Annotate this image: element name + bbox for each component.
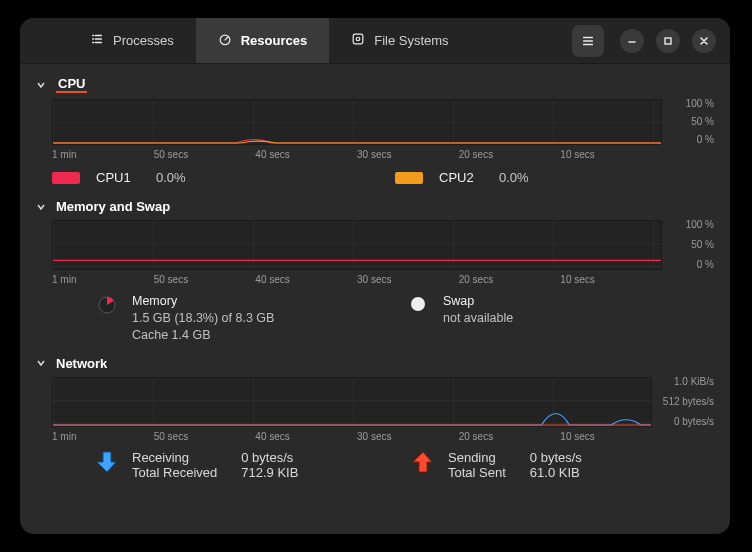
cpu2-label: CPU2 — [439, 170, 483, 185]
tab-label: File Systems — [374, 33, 448, 48]
maximize-button[interactable] — [656, 29, 680, 53]
cpu-legend: CPU1 0.0% CPU2 0.0% — [26, 164, 724, 195]
recv-total-value: 712.9 KIB — [241, 465, 298, 480]
section-title: CPU — [56, 76, 87, 93]
recv-label: Receiving — [132, 450, 217, 465]
section-memory: Memory and Swap 100 % 50 % 0 % 1 min 50 … — [20, 195, 730, 352]
tab-resources[interactable]: Resources — [196, 18, 329, 63]
network-chart — [52, 377, 652, 427]
cpu2-swatch — [395, 172, 423, 184]
network-xlabels: 1 min 50 secs 40 secs 30 secs 20 secs 10… — [26, 427, 724, 446]
chevron-down-icon — [36, 202, 48, 212]
recv-value: 0 bytes/s — [241, 450, 298, 465]
memory-chart — [52, 220, 662, 270]
send-total-value: 61.0 KIB — [530, 465, 582, 480]
swap-readout: Swap not available — [407, 293, 698, 344]
cpu1-label: CPU1 — [96, 170, 140, 185]
cpu-ylabels: 100 % 50 % 0 % — [662, 99, 714, 145]
upload-arrow-icon — [412, 450, 434, 477]
titlebar: Processes Resources File Systems — [20, 18, 730, 64]
tab-label: Resources — [241, 33, 307, 48]
section-header-cpu[interactable]: CPU — [26, 72, 724, 99]
memory-ylabels: 100 % 50 % 0 % — [662, 220, 714, 270]
network-sending: Sending Total Sent 0 bytes/s 61.0 KIB — [412, 450, 698, 480]
cpu-chart — [52, 99, 662, 145]
svg-point-2 — [356, 37, 360, 41]
close-icon — [699, 36, 709, 46]
tab-processes[interactable]: Processes — [68, 18, 196, 63]
memory-title: Memory — [132, 293, 274, 310]
content-area: CPU 100 % 50 % 0 % 1 min 50 sec — [20, 64, 730, 534]
memory-cache: Cache 1.4 GB — [132, 327, 274, 344]
section-cpu: CPU 100 % 50 % 0 % 1 min 50 sec — [20, 72, 730, 195]
memory-xlabels: 1 min 50 secs 40 secs 30 secs 20 secs 10… — [26, 270, 724, 289]
section-title: Network — [56, 356, 107, 371]
menu-button[interactable] — [572, 25, 604, 57]
maximize-icon — [663, 36, 673, 46]
view-tabs: Processes Resources File Systems — [20, 18, 552, 63]
memory-readout: Memory 1.5 GB (18.3%) of 8.3 GB Cache 1.… — [96, 293, 387, 344]
cpu-xlabels: 1 min 50 secs 40 secs 30 secs 20 secs 10… — [26, 145, 724, 164]
send-label: Sending — [448, 450, 506, 465]
cpu2-value: 0.0% — [499, 170, 529, 185]
close-button[interactable] — [692, 29, 716, 53]
cpu1-swatch — [52, 172, 80, 184]
gauge-icon — [218, 32, 232, 49]
download-arrow-icon — [96, 450, 118, 477]
swap-title: Swap — [443, 293, 513, 310]
svg-point-6 — [411, 297, 425, 311]
network-ylabels: 1.0 KiB/s 512 bytes/s 0 bytes/s — [652, 377, 714, 427]
window-controls — [552, 18, 730, 63]
disk-icon — [351, 32, 365, 49]
cpu1-value: 0.0% — [156, 170, 186, 185]
minimize-button[interactable] — [620, 29, 644, 53]
recv-total-label: Total Received — [132, 465, 217, 480]
memory-usage: 1.5 GB (18.3%) of 8.3 GB — [132, 310, 274, 327]
swap-status: not available — [443, 310, 513, 327]
swap-pie-icon — [407, 293, 429, 313]
send-value: 0 bytes/s — [530, 450, 582, 465]
section-title: Memory and Swap — [56, 199, 170, 214]
svg-rect-3 — [665, 38, 671, 44]
chevron-down-icon — [36, 80, 48, 90]
section-network: Network 1.0 KiB/s 512 bytes/s 0 bytes/s — [20, 352, 730, 480]
memory-pie-icon — [96, 293, 118, 315]
app-window: Processes Resources File Systems — [20, 18, 730, 534]
send-total-label: Total Sent — [448, 465, 506, 480]
section-header-network[interactable]: Network — [26, 352, 724, 377]
list-icon — [90, 32, 104, 49]
tab-filesystems[interactable]: File Systems — [329, 18, 470, 63]
minimize-icon — [627, 36, 637, 46]
svg-rect-1 — [353, 34, 363, 44]
section-header-memory[interactable]: Memory and Swap — [26, 195, 724, 220]
hamburger-icon — [581, 34, 595, 48]
tab-label: Processes — [113, 33, 174, 48]
chevron-down-icon — [36, 358, 48, 368]
network-receiving: Receiving Total Received 0 bytes/s 712.9… — [96, 450, 382, 480]
